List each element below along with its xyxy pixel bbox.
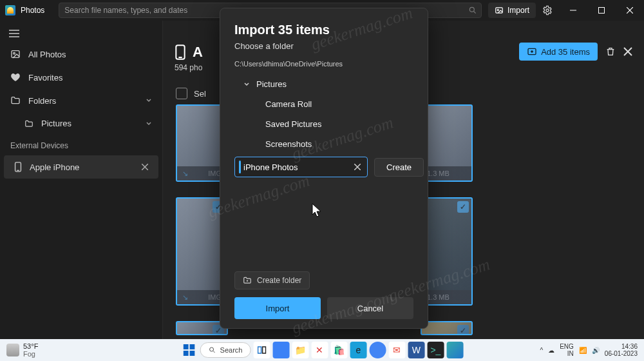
tree-item[interactable]: Saved Pictures: [234, 114, 413, 134]
tree-label: Camera Roll: [265, 99, 312, 109]
create-folder-button[interactable]: Create folder: [234, 271, 310, 289]
taskbar-weather[interactable]: 53°F Fog: [0, 342, 44, 358]
create-button[interactable]: Create: [374, 158, 424, 177]
chevron-down-icon: [146, 121, 152, 127]
tree-label: Pictures: [256, 79, 287, 89]
close-icon: [354, 164, 361, 170]
search-placeholder: Search file names, types, and dates: [64, 6, 187, 15]
weather-temp: 53°F: [23, 342, 38, 350]
taskbar-app[interactable]: W: [408, 342, 424, 358]
chevron-down-icon: [146, 97, 152, 104]
svg-line-30: [213, 351, 215, 353]
taskbar: 53°F Fog Search 📁 ✕ 🛍️ e ✉ W >_ ^ ☁ ENG …: [0, 339, 644, 361]
app-title: Photos: [21, 6, 44, 15]
maximize-button[interactable]: [587, 0, 616, 21]
taskbar-app[interactable]: [369, 342, 386, 358]
clear-input-button[interactable]: [352, 164, 363, 170]
svg-rect-27: [184, 351, 189, 356]
sidebar: All Photos Favorites Folders Pictures Ex…: [0, 21, 163, 339]
import-arrow-icon: ↘: [182, 170, 188, 178]
thumb-size: 1.3 MB: [427, 170, 450, 177]
svg-point-29: [210, 347, 214, 351]
sidebar-item-all-photos[interactable]: All Photos: [0, 43, 162, 66]
svg-rect-6: [599, 8, 605, 14]
svg-rect-25: [184, 344, 189, 349]
thumb-check-icon: ✓: [457, 201, 469, 213]
svg-point-3: [497, 9, 498, 10]
select-label: Sel: [194, 89, 206, 99]
taskbar-app[interactable]: 📁: [292, 342, 308, 358]
thumbnail[interactable]: ✓: [421, 321, 473, 335]
sidebar-item-pictures[interactable]: Pictures: [0, 112, 162, 135]
tray-wifi-icon[interactable]: 📶: [579, 347, 587, 354]
add-items-button[interactable]: Add 35 items: [519, 43, 598, 61]
svg-rect-28: [190, 351, 195, 356]
sidebar-item-folders[interactable]: Folders: [0, 89, 162, 112]
page-header: A 594 pho: [175, 44, 203, 72]
tray-volume-icon[interactable]: 🔊: [592, 347, 600, 354]
dialog-cancel-button[interactable]: Cancel: [327, 297, 413, 319]
taskbar-app[interactable]: 🛍️: [330, 342, 347, 358]
thumbnail[interactable]: ✓ 1.3 MB: [421, 197, 473, 306]
create-folder-label: Create folder: [257, 276, 301, 285]
taskbar-app[interactable]: >_: [427, 342, 444, 358]
image-icon: [10, 49, 21, 59]
accent-bar: [239, 161, 241, 173]
svg-rect-12: [12, 51, 19, 58]
task-view-icon: [257, 346, 266, 355]
window-controls: [559, 0, 644, 21]
taskbar-app[interactable]: e: [350, 342, 366, 358]
tray-language[interactable]: ENG IN: [560, 343, 574, 357]
thumb-size: 1.3 MB: [427, 293, 450, 301]
folder-icon: [10, 95, 21, 106]
minimize-button[interactable]: [559, 0, 587, 21]
page-subtitle: 594 pho: [175, 63, 203, 72]
import-icon: [527, 46, 537, 57]
taskbar-app-photos[interactable]: [446, 342, 463, 358]
taskbar-app[interactable]: [272, 342, 289, 358]
close-icon: [623, 47, 632, 56]
weather-icon: [6, 344, 19, 356]
tree-item[interactable]: Screenshots: [234, 134, 413, 154]
device-eject-button[interactable]: [142, 164, 148, 170]
taskbar-app[interactable]: [253, 342, 270, 358]
tree-item[interactable]: Camera Roll: [234, 94, 413, 114]
dialog-buttons: Import Cancel: [220, 297, 428, 319]
add-items-label: Add 35 items: [541, 47, 590, 57]
search-icon: [468, 6, 477, 15]
sidebar-item-favorites[interactable]: Favorites: [0, 66, 162, 89]
taskbar-search[interactable]: Search: [200, 342, 251, 358]
thumb-check-icon: ✓: [457, 325, 469, 335]
delete-button[interactable]: [605, 46, 616, 57]
new-folder-input[interactable]: [243, 162, 352, 172]
start-button[interactable]: [181, 342, 198, 358]
tray-chevron-icon[interactable]: ^: [540, 347, 543, 354]
sidebar-item-label: Folders: [28, 96, 56, 106]
sidebar-item-device[interactable]: Apple iPhone: [4, 155, 158, 179]
close-button[interactable]: [616, 0, 644, 21]
import-button[interactable]: Import: [488, 3, 536, 18]
trash-icon: [605, 46, 616, 57]
dialog-import-button[interactable]: Import: [234, 297, 321, 319]
taskbar-tray: ^ ☁ ENG IN 📶 🔊 14:36 06-01-2023: [533, 343, 644, 357]
settings-button[interactable]: [540, 3, 555, 18]
close-panel-button[interactable]: [623, 47, 632, 56]
tree-item-root[interactable]: Pictures: [234, 74, 413, 94]
thumbnail[interactable]: 1.3 MB: [421, 104, 473, 182]
svg-rect-32: [262, 347, 265, 353]
sidebar-item-label: Pictures: [41, 119, 71, 128]
tray-clock[interactable]: 14:36 06-01-2023: [605, 343, 638, 357]
svg-line-1: [474, 12, 476, 14]
select-all-checkbox[interactable]: [176, 88, 187, 99]
folder-icon: [24, 119, 33, 128]
import-label: Import: [507, 6, 529, 15]
svg-rect-31: [258, 347, 261, 353]
taskbar-app[interactable]: ✕: [311, 342, 328, 358]
phone-icon: [14, 162, 22, 172]
hamburger-button[interactable]: [0, 24, 162, 43]
taskbar-app[interactable]: ✉: [388, 342, 405, 358]
dialog-path: C:\Users\dhima\OneDrive\Pictures: [220, 51, 428, 68]
device-label: Apple iPhone: [30, 162, 79, 172]
tray-onedrive-icon[interactable]: ☁: [548, 347, 554, 354]
svg-point-0: [469, 7, 474, 12]
